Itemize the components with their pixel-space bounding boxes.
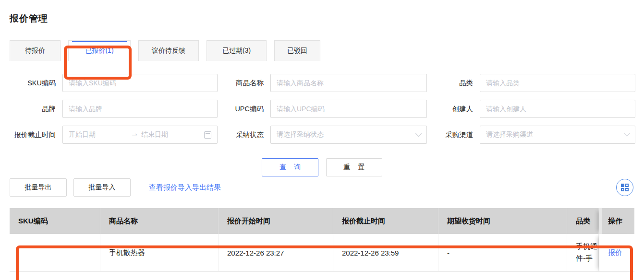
cell-category: 手机通件-手机 bbox=[567, 234, 599, 272]
filter-label: 采购渠道 bbox=[427, 130, 480, 140]
filter-upc: UPC编码 bbox=[218, 100, 427, 118]
filter-brand: 品牌 bbox=[10, 100, 218, 118]
tab-expired[interactable]: 已过期(3) bbox=[207, 40, 267, 61]
filter-product-name: 商品名称 bbox=[218, 74, 427, 92]
product-name-input[interactable] bbox=[270, 74, 427, 92]
table-header-row: SKU编码 商品名称 报价开始时间 报价截止时间 期望收货时间 品类 操作 bbox=[10, 208, 634, 234]
filter-label: 创建人 bbox=[427, 105, 480, 114]
col-header-product-name[interactable]: 商品名称 bbox=[100, 208, 219, 234]
brand-input[interactable] bbox=[62, 100, 218, 118]
col-header-action[interactable]: 操作 bbox=[599, 208, 634, 234]
chevron-down-icon bbox=[624, 130, 630, 137]
cell-sku bbox=[10, 234, 100, 272]
calendar-icon bbox=[204, 131, 211, 139]
adoption-status-select[interactable]: 请选择采纳状态 bbox=[270, 126, 427, 144]
cell-quote-end: 2022-12-26 23:59 bbox=[333, 234, 438, 272]
tab-label: 议价待反馈 bbox=[152, 47, 185, 55]
filter-label: 报价截止时间 bbox=[10, 130, 62, 140]
filter-purchase-channel: 采购渠道 请选择采购渠道 bbox=[427, 126, 635, 144]
batch-import-button[interactable]: 批量导入 bbox=[73, 178, 131, 197]
range-arrow-icon: ⇀ bbox=[132, 131, 137, 139]
sku-input[interactable] bbox=[62, 74, 218, 92]
cell-expected-delivery: - bbox=[438, 234, 567, 272]
col-header-sku[interactable]: SKU编码 bbox=[10, 208, 100, 234]
tab-negotiation-feedback[interactable]: 议价待反馈 bbox=[138, 40, 199, 61]
creator-input[interactable] bbox=[480, 100, 635, 118]
filter-category: 品类 bbox=[427, 74, 635, 92]
col-header-quote-start[interactable]: 报价开始时间 bbox=[219, 208, 333, 234]
upc-input[interactable] bbox=[270, 100, 427, 118]
column-settings-button[interactable] bbox=[616, 179, 633, 196]
col-header-expected-delivery[interactable]: 期望收货时间 bbox=[438, 208, 567, 234]
import-export-result-link[interactable]: 查看报价导入导出结果 bbox=[149, 183, 221, 192]
form-actions: 查 询 重 置 bbox=[10, 158, 634, 176]
tab-rejected[interactable]: 已驳回 bbox=[274, 40, 320, 61]
start-date-placeholder: 开始日期 bbox=[69, 130, 128, 139]
tab-quoted[interactable]: 已报价(1) bbox=[68, 40, 131, 61]
chevron-down-icon bbox=[415, 130, 422, 137]
filter-quote-deadline: 报价截止时间 开始日期 ⇀ 结束日期 bbox=[10, 126, 218, 144]
tab-pending-quote[interactable]: 待报价 bbox=[10, 40, 61, 61]
cell-action: 报价 bbox=[599, 234, 634, 272]
filter-label: 品类 bbox=[427, 79, 480, 88]
filter-label: 采纳状态 bbox=[218, 130, 270, 140]
filter-label: UPC编码 bbox=[218, 105, 270, 114]
reset-button[interactable]: 重 置 bbox=[326, 158, 382, 176]
select-placeholder: 请选择采购渠道 bbox=[486, 130, 533, 139]
tab-label: 已驳回 bbox=[287, 47, 307, 55]
batch-export-button[interactable]: 批量导出 bbox=[10, 178, 67, 197]
filter-label: 商品名称 bbox=[218, 79, 270, 88]
filter-sku: SKU编码 bbox=[10, 74, 218, 92]
column-settings-icon bbox=[621, 184, 629, 191]
quotes-table: SKU编码 商品名称 报价开始时间 报价截止时间 期望收货时间 品类 操作 手机… bbox=[10, 208, 634, 272]
select-placeholder: 请选择采纳状态 bbox=[277, 130, 324, 139]
cell-quote-start: 2022-12-26 23:27 bbox=[219, 234, 333, 272]
end-date-placeholder: 结束日期 bbox=[141, 130, 200, 139]
tab-label: 已过期(3) bbox=[222, 47, 251, 55]
tab-label: 已报价(1) bbox=[85, 47, 113, 55]
purchase-channel-select[interactable]: 请选择采购渠道 bbox=[480, 126, 635, 144]
filter-creator: 创建人 bbox=[427, 100, 635, 118]
table-toolbar: 批量导出 批量导入 查看报价导入导出结果 bbox=[10, 178, 634, 197]
date-range-picker[interactable]: 开始日期 ⇀ 结束日期 bbox=[62, 126, 218, 144]
col-header-quote-end[interactable]: 报价截止时间 bbox=[333, 208, 438, 234]
quote-action-link[interactable]: 报价 bbox=[608, 248, 622, 257]
col-header-category[interactable]: 品类 bbox=[567, 208, 599, 234]
cell-product-name: 手机散热器 bbox=[100, 234, 219, 272]
query-button[interactable]: 查 询 bbox=[262, 158, 318, 176]
page-title: 报价管理 bbox=[10, 12, 634, 25]
filter-adoption-status: 采纳状态 请选择采纳状态 bbox=[218, 126, 427, 144]
category-input[interactable] bbox=[480, 74, 635, 92]
quote-management-page: 报价管理 待报价 已报价(1) 议价待反馈 已过期(3) 已驳回 SKU编码 商… bbox=[0, 12, 644, 280]
category-text: 手机通件-手机 bbox=[576, 240, 598, 265]
filter-label: 品牌 bbox=[10, 105, 62, 114]
tab-label: 待报价 bbox=[25, 47, 45, 55]
table-row: 手机散热器 2022-12-26 23:27 2022-12-26 23:59 … bbox=[10, 234, 634, 272]
filter-label: SKU编码 bbox=[10, 79, 62, 88]
status-tabs: 待报价 已报价(1) 议价待反馈 已过期(3) 已驳回 bbox=[10, 40, 634, 61]
filter-form: SKU编码 商品名称 品类 品牌 UPC编码 创建人 报价截止时间 开始日期 bbox=[10, 74, 634, 144]
